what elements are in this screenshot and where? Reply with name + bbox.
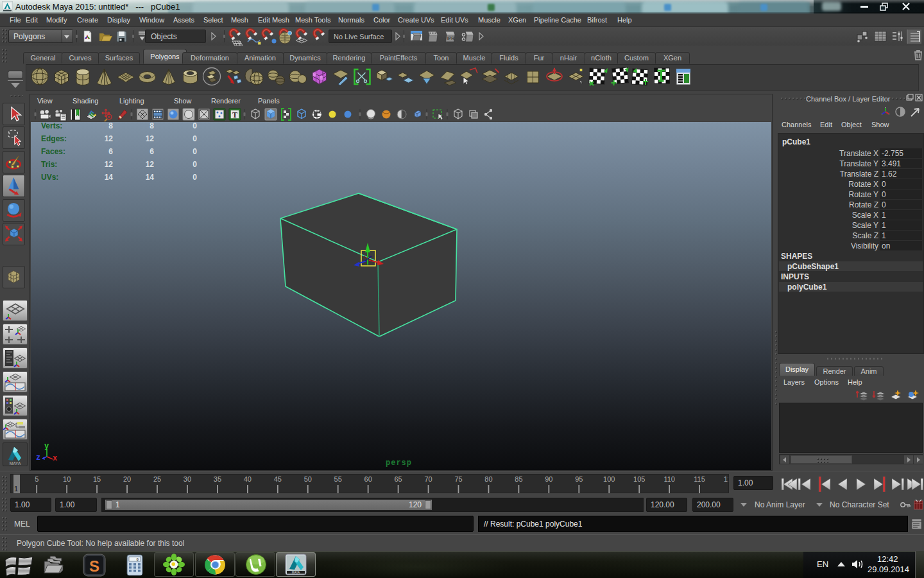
svg-text:70: 70	[424, 475, 432, 483]
svg-text:MAYA: MAYA	[10, 461, 21, 466]
svg-text:105: 105	[633, 475, 645, 483]
svg-text:0: 0	[136, 557, 139, 562]
svg-text:35: 35	[214, 475, 221, 483]
svg-text:20: 20	[123, 475, 131, 483]
svg-text:115: 115	[694, 475, 705, 483]
svg-text:x: x	[53, 454, 57, 463]
svg-text:25: 25	[153, 475, 161, 483]
svg-text:60: 60	[364, 475, 372, 483]
svg-text:110: 110	[663, 475, 675, 483]
svg-text:1: 1	[14, 485, 18, 493]
svg-text:100: 100	[603, 475, 615, 483]
svg-text:IPR: IPR	[447, 36, 454, 40]
svg-text:45: 45	[274, 475, 282, 483]
svg-text:y: y	[44, 442, 49, 451]
svg-text:90: 90	[545, 475, 552, 483]
svg-text:40: 40	[244, 475, 252, 483]
svg-text:65: 65	[394, 475, 402, 483]
svg-text:85: 85	[515, 475, 522, 483]
svg-text:55: 55	[334, 475, 342, 483]
svg-text:S: S	[89, 557, 99, 575]
svg-text:30: 30	[184, 475, 191, 483]
svg-text:z: z	[36, 453, 40, 462]
svg-text:T: T	[232, 110, 237, 119]
svg-text:50: 50	[304, 475, 312, 483]
svg-text:75: 75	[454, 475, 462, 483]
svg-text:15: 15	[93, 475, 101, 483]
svg-text:MAYA: MAYA	[292, 571, 300, 574]
svg-text:80: 80	[484, 475, 492, 483]
svg-text:5: 5	[35, 475, 38, 483]
svg-text:10: 10	[63, 475, 71, 483]
svg-text:95: 95	[575, 475, 583, 483]
svg-text:120: 120	[724, 475, 728, 483]
